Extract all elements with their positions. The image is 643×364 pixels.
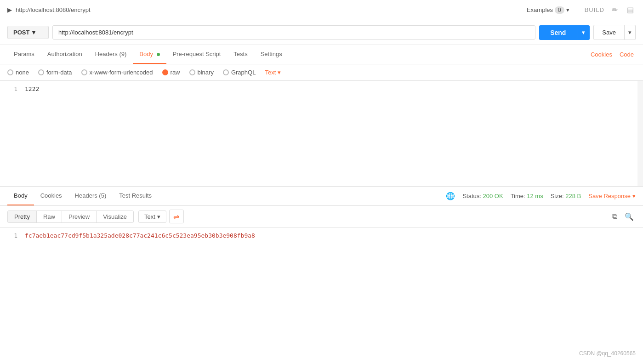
fmt-raw-label: Raw — [43, 213, 55, 220]
text-fmt-chevron-icon: ▾ — [157, 213, 160, 220]
radio-formdata-circle — [38, 69, 44, 75]
resp-tab-headers[interactable]: Headers (5) — [68, 187, 113, 205]
tab-headers-label: Headers (9) — [95, 51, 127, 57]
resp-line-1: 1 fc7aeb1eac77cd9f5b1a325ade028c77ac241c… — [0, 231, 643, 240]
radio-urlencoded-circle — [81, 69, 87, 75]
tab-body-label: Body — [139, 51, 153, 57]
response-info: 🌐 Status: 200 OK Time: 12 ms Size: 228 B… — [446, 192, 636, 200]
request-bar: POST ▾ Send ▾ Save ▾ — [0, 20, 643, 45]
examples-label: Examples — [527, 6, 553, 13]
tab-settings[interactable]: Settings — [254, 45, 289, 64]
tab-authorization[interactable]: Authorization — [41, 45, 89, 64]
wrap-button[interactable]: ⇌ — [169, 210, 184, 223]
editor-line-1: 1 1222 — [0, 85, 643, 93]
send-button-group: Send ▾ — [539, 25, 590, 40]
save-dropdown-button[interactable]: ▾ — [625, 25, 636, 40]
resp-tab-cookies[interactable]: Cookies — [34, 187, 68, 205]
tab-params-label: Params — [14, 51, 34, 57]
method-selector[interactable]: POST ▾ — [7, 26, 49, 39]
body-type-raw[interactable]: raw — [162, 69, 180, 76]
time-label: Time: — [511, 193, 525, 199]
build-button[interactable]: BUILD — [585, 6, 604, 13]
pencil-icon: ✏ — [612, 6, 618, 14]
wrap-icon: ⇌ — [173, 212, 179, 221]
tab-body[interactable]: Body — [133, 45, 166, 64]
status-label: Status: — [462, 193, 481, 199]
line-content-1: 1222 — [25, 85, 39, 92]
copy-icon: ⧉ — [612, 212, 617, 220]
save-button[interactable]: Save — [593, 25, 625, 40]
radio-raw-label: raw — [171, 69, 180, 76]
fmt-tab-pretty[interactable]: Pretty — [8, 211, 37, 222]
method-chevron-icon: ▾ — [32, 29, 35, 36]
body-active-dot — [157, 53, 160, 56]
radio-none-circle — [7, 69, 13, 75]
edit-icon-button[interactable]: ✏ — [610, 4, 620, 16]
tab-prerequest[interactable]: Pre-request Script — [166, 45, 228, 64]
doc-icon-button[interactable]: ▤ — [625, 4, 636, 16]
text-fmt-label: Text — [144, 213, 155, 220]
format-tabs: Pretty Raw Preview Visualize Text ▾ ⇌ ⧉ … — [0, 206, 643, 228]
fmt-tab-visualize[interactable]: Visualize — [97, 211, 133, 222]
cookies-link[interactable]: Cookies — [589, 46, 614, 63]
tab-tests-label: Tests — [233, 51, 247, 57]
radio-graphql-circle — [223, 69, 229, 75]
examples-chevron-icon: ▾ — [566, 6, 569, 13]
save-chevron-icon: ▾ — [628, 29, 632, 36]
save-response-chevron-icon: ▾ — [632, 193, 636, 199]
radio-binary-circle — [189, 69, 195, 75]
radio-urlencoded-label: x-www-form-urlencoded — [90, 69, 153, 76]
code-link[interactable]: Code — [618, 46, 636, 63]
resp-line-content-1: fc7aeb1eac77cd9f5b1a325ade028c77ac241c6c… — [25, 232, 255, 239]
top-bar: ▶ http://localhost:8080/encrypt Examples… — [0, 0, 643, 20]
resp-tab-headers-label: Headers (5) — [75, 192, 107, 199]
response-time: Time: 12 ms — [511, 193, 543, 199]
watermark-text: CSDN @qq_40260565 — [579, 350, 636, 357]
collapse-arrow-icon[interactable]: ▶ — [7, 6, 12, 13]
tab-tests[interactable]: Tests — [227, 45, 254, 64]
resp-tab-testresults[interactable]: Test Results — [113, 187, 158, 205]
send-button[interactable]: Send — [539, 25, 577, 40]
resp-line-num-1: 1 — [4, 232, 17, 239]
response-body: 1 fc7aeb1eac77cd9f5b1a325ade028c77ac241c… — [0, 228, 643, 273]
url-input[interactable] — [52, 25, 535, 40]
line-number-1: 1 — [4, 85, 17, 92]
examples-count: 0 — [555, 6, 564, 14]
tab-headers[interactable]: Headers (9) — [89, 45, 133, 64]
tab-params[interactable]: Params — [7, 45, 41, 64]
fmt-tab-preview[interactable]: Preview — [62, 211, 97, 222]
tab-settings-label: Settings — [261, 51, 282, 57]
radio-binary-label: binary — [198, 69, 214, 76]
search-button[interactable]: 🔍 — [623, 210, 636, 223]
save-response-button[interactable]: Save Response ▾ — [588, 193, 636, 199]
resp-tab-body[interactable]: Body — [7, 187, 34, 205]
body-type-urlencoded[interactable]: x-www-form-urlencoded — [81, 69, 153, 76]
resp-tab-cookies-label: Cookies — [40, 192, 62, 199]
tab-prerequest-label: Pre-request Script — [173, 51, 221, 57]
fmt-pretty-label: Pretty — [14, 213, 30, 220]
status-value: 200 OK — [483, 193, 503, 199]
request-code-editor[interactable]: 1 1222 — [0, 81, 643, 187]
request-tabs: Params Authorization Headers (9) Body Pr… — [0, 45, 643, 64]
text-format-button[interactable]: Text ▾ — [138, 210, 166, 223]
resp-tab-body-label: Body — [14, 192, 28, 199]
divider — [577, 6, 577, 15]
tab-authorization-label: Authorization — [47, 51, 82, 57]
body-type-none[interactable]: none — [7, 69, 29, 76]
text-format-dropdown[interactable]: Text ▾ — [265, 69, 281, 76]
copy-button[interactable]: ⧉ — [610, 210, 619, 223]
response-size: Size: 228 B — [551, 193, 581, 199]
editor-scrollbar[interactable] — [637, 81, 643, 186]
format-tab-group: Pretty Raw Preview Visualize — [7, 210, 134, 223]
examples-button[interactable]: Examples 0 ▾ — [527, 6, 569, 14]
save-response-label: Save Response — [588, 193, 631, 199]
send-dropdown-button[interactable]: ▾ — [577, 25, 590, 40]
globe-icon: 🌐 — [446, 192, 455, 200]
body-type-graphql[interactable]: GraphQL — [223, 69, 256, 76]
body-type-binary[interactable]: binary — [189, 69, 214, 76]
fmt-tab-raw[interactable]: Raw — [37, 211, 62, 222]
radio-formdata-label: form-data — [46, 69, 72, 76]
body-type-form-data[interactable]: form-data — [38, 69, 72, 76]
fmt-preview-label: Preview — [68, 213, 90, 220]
resp-hash-value: fc7aeb1eac77cd9f5b1a325ade028c77ac241c6c… — [25, 232, 255, 239]
